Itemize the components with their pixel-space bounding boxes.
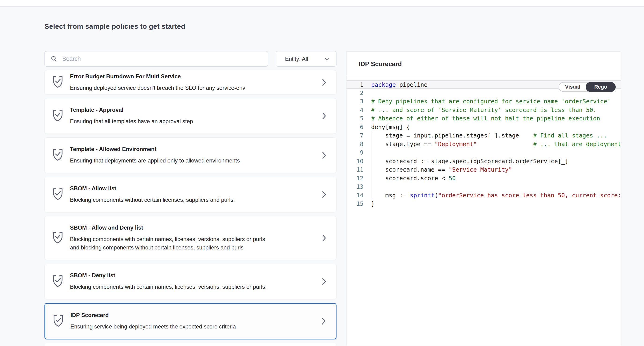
line-number: 3 bbox=[346, 97, 371, 106]
policy-card[interactable]: IDP Scorecard Ensuring service being dep… bbox=[44, 303, 336, 340]
code-line: 12 scorecard.score < 50 bbox=[346, 174, 621, 183]
shield-check-icon bbox=[52, 188, 64, 201]
code-text: # Deny pipelines that are configured for… bbox=[371, 97, 621, 106]
policy-card[interactable]: SBOM - Allow and Deny list Blocking comp… bbox=[44, 216, 336, 260]
entity-filter-dropdown[interactable]: Entity: All bbox=[276, 51, 336, 67]
line-number: 9 bbox=[346, 148, 371, 157]
policy-card[interactable]: Error Budget Burndown For Multi Service … bbox=[44, 70, 336, 94]
chevron-right-icon bbox=[322, 234, 326, 242]
policy-card-text: SBOM - Allow and Deny list Blocking comp… bbox=[70, 224, 308, 252]
policy-card[interactable]: SBOM - Allow list Blocking components wi… bbox=[44, 177, 336, 212]
shield-check-icon bbox=[52, 109, 64, 123]
chevron-down-icon bbox=[324, 56, 330, 62]
line-number: 15 bbox=[346, 200, 371, 208]
code-line: 7 stage = input.pipeline.stages[_].stage… bbox=[346, 131, 621, 140]
policy-title: Template - Allowed Environment bbox=[70, 146, 308, 153]
policy-card[interactable]: SBOM - Deny list Blocking components wit… bbox=[44, 264, 336, 299]
line-number: 10 bbox=[346, 157, 371, 166]
policy-card-text: Template - Approval Ensuring that all te… bbox=[70, 106, 308, 126]
code-text: } bbox=[371, 200, 621, 208]
code-text: stage.type == "Deployment" # ... that ar… bbox=[371, 140, 621, 149]
policy-card-text: SBOM - Deny list Blocking components wit… bbox=[70, 272, 308, 291]
policy-card-text: Error Budget Burndown For Multi Service … bbox=[70, 73, 308, 92]
search-box[interactable] bbox=[44, 51, 268, 67]
rego-toggle-button[interactable]: Rego bbox=[586, 82, 616, 92]
chevron-right-icon bbox=[321, 318, 326, 325]
code-text: deny[msg] { bbox=[371, 123, 621, 132]
chevron-right-icon bbox=[322, 78, 326, 86]
policy-title: SBOM - Allow list bbox=[70, 185, 308, 192]
policy-card-text: IDP Scorecard Ensuring service being dep… bbox=[70, 312, 308, 331]
shield-check-icon bbox=[52, 315, 64, 328]
search-input[interactable] bbox=[62, 55, 262, 62]
screen: Select from sample policies to get start… bbox=[0, 0, 644, 346]
policy-title: Error Budget Burndown For Multi Service bbox=[70, 73, 308, 80]
policy-card-text: SBOM - Allow list Blocking components wi… bbox=[70, 185, 308, 204]
line-number: 12 bbox=[346, 174, 371, 183]
shield-check-icon bbox=[52, 75, 64, 89]
chevron-right-icon bbox=[322, 191, 326, 198]
chevron-right-icon bbox=[322, 151, 326, 159]
code-line: 6deny[msg] { bbox=[346, 123, 621, 132]
code-line: 14 msg := sprintf("orderService has scor… bbox=[346, 191, 621, 200]
code-text: msg := sprintf("orderService has score l… bbox=[371, 191, 621, 200]
policy-description: Ensuring that deployments are applied on… bbox=[70, 156, 276, 165]
policy-title: Template - Approval bbox=[70, 106, 308, 113]
policy-description: Blocking components without certain lice… bbox=[70, 196, 276, 204]
shield-check-icon bbox=[52, 275, 64, 288]
detail-title: IDP Scorecard bbox=[359, 60, 402, 68]
line-number: 13 bbox=[346, 183, 371, 191]
page-title: Select from sample policies to get start… bbox=[44, 22, 185, 30]
code-text bbox=[371, 148, 621, 157]
code-line: 15} bbox=[346, 200, 621, 208]
indent-guide bbox=[371, 131, 372, 200]
policy-card[interactable]: Template - Allowed Environment Ensuring … bbox=[44, 137, 336, 173]
shield-check-icon bbox=[52, 231, 64, 245]
code-text: scorecard.name == "Service Maturity" bbox=[371, 166, 621, 174]
code-text: # Absence of either of these will not ha… bbox=[371, 114, 621, 123]
policy-description: Ensuring that all templates have an appr… bbox=[70, 117, 276, 126]
policy-title: SBOM - Allow and Deny list bbox=[70, 224, 308, 231]
policy-title: IDP Scorecard bbox=[70, 312, 308, 319]
entity-filter-label: Entity: All bbox=[285, 56, 324, 62]
code-line: 5# Absence of either of these will not h… bbox=[346, 114, 621, 123]
line-number: 1 bbox=[346, 81, 371, 88]
code-line: 8 stage.type == "Deployment" # ... that … bbox=[346, 140, 621, 149]
chevron-right-icon bbox=[322, 278, 326, 285]
search-icon bbox=[50, 55, 58, 62]
code-text: stage = input.pipeline.stages[_].stage #… bbox=[371, 131, 621, 140]
line-number: 5 bbox=[346, 114, 371, 123]
code-line: 9 bbox=[346, 148, 621, 157]
next-card-peek bbox=[44, 343, 336, 346]
code-text bbox=[371, 183, 621, 191]
code-editor[interactable]: 1package pipeline23# Deny pipelines that… bbox=[346, 80, 621, 346]
code-line: 11 scorecard.name == "Service Maturity" bbox=[346, 166, 621, 174]
detail-divider bbox=[346, 76, 621, 76]
view-mode-toggle: Visual Rego bbox=[558, 82, 616, 92]
policy-description: Ensuring service being deployed meets th… bbox=[70, 322, 276, 331]
chevron-right-icon bbox=[322, 112, 326, 120]
code-line: 10 scorecard := stage.spec.idpScorecard.… bbox=[346, 157, 621, 166]
code-text: # ... and score of 'Service Maturity' sc… bbox=[371, 106, 621, 115]
code-line: 4# ... and score of 'Service Maturity' s… bbox=[346, 106, 621, 115]
line-number: 6 bbox=[346, 123, 371, 132]
policy-card[interactable]: Template - Approval Ensuring that all te… bbox=[44, 98, 336, 134]
code-text: scorecard := stage.spec.idpScorecard.ord… bbox=[371, 157, 621, 166]
policy-card-text: Template - Allowed Environment Ensuring … bbox=[70, 146, 308, 165]
policy-description: Blocking components with certain names, … bbox=[70, 235, 276, 252]
policy-list: Error Budget Burndown For Multi Service … bbox=[44, 70, 336, 343]
code-line: 13 bbox=[346, 183, 621, 191]
policy-detail-panel: IDP Scorecard 1package pipeline23# Deny … bbox=[346, 51, 621, 346]
visual-toggle-button[interactable]: Visual bbox=[559, 82, 586, 91]
line-number: 4 bbox=[346, 106, 371, 115]
policy-description: Ensuring deployed service doesn't breach… bbox=[70, 84, 276, 92]
policy-title: SBOM - Deny list bbox=[70, 272, 308, 279]
shield-check-icon bbox=[52, 148, 64, 162]
line-number: 8 bbox=[346, 140, 371, 149]
line-number: 2 bbox=[346, 89, 371, 97]
top-bar bbox=[0, 0, 644, 6]
line-number: 11 bbox=[346, 166, 371, 174]
code-line: 3# Deny pipelines that are configured fo… bbox=[346, 97, 621, 106]
line-number: 7 bbox=[346, 131, 371, 140]
line-number: 14 bbox=[346, 191, 371, 200]
